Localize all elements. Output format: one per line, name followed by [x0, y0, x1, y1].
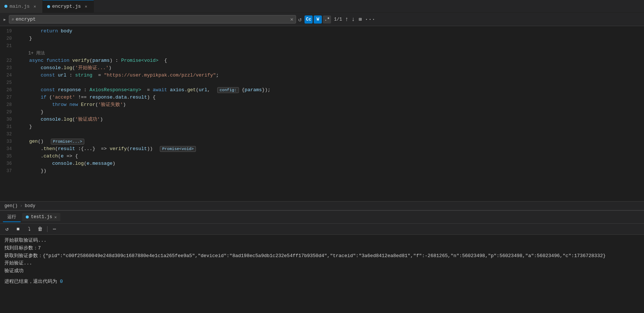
line-num-37: 37: [0, 167, 18, 175]
line-content-32: [18, 131, 21, 138]
bottom-panel: 运行 test1.js ✕ ↺ ■ ⤵ 🗑 ⋯ 开始获取验证码... 找到目标步…: [0, 210, 644, 313]
tab-bar: main.js ✕ encrypt.js ✕: [0, 0, 644, 13]
line-content-33: gen() Promise<...>: [18, 138, 84, 145]
code-line-24: 24 const url : string = "https://user.my…: [0, 72, 644, 79]
search-regex-button[interactable]: .*: [323, 15, 331, 24]
more-options-button[interactable]: ⋯: [50, 225, 59, 233]
line-content-34: .then(result :{...} => verify(result)) P…: [18, 145, 196, 153]
output-line-3: 获取到验证参数：{"pid":"c00f25860049e248d309c168…: [4, 252, 640, 260]
line-content-37: }): [18, 167, 46, 175]
line-num-33: 33: [0, 138, 18, 145]
tab-encrypt-js-label: encrypt.js: [52, 4, 81, 9]
output-line-2: 找到目标步数：7: [4, 245, 640, 252]
search-prev-button[interactable]: ↑: [344, 15, 349, 24]
line-num-32: 32: [0, 131, 18, 138]
output-line-4: 开始验证...: [4, 260, 640, 267]
code-container[interactable]: 19 return body 20 } 21 1+ 用法 22 async fu…: [0, 26, 644, 201]
output-blank: [4, 275, 640, 278]
code-line-32: 32: [0, 131, 644, 138]
line-content-usage: 1+ 用法: [18, 50, 45, 57]
search-options: Cc W .*: [305, 15, 331, 24]
line-content-36: console.log(e.message): [18, 160, 115, 167]
line-content-21: [18, 42, 21, 50]
tab-encrypt-js[interactable]: encrypt.js ✕: [43, 0, 94, 13]
search-navigation: ↑ ↓ ⊞ ···: [344, 15, 375, 24]
panel-file-tab-test1[interactable]: test1.js ✕: [22, 213, 60, 221]
restart-button[interactable]: ↺: [3, 225, 11, 233]
output-line-5: 验证成功: [4, 267, 640, 275]
line-content-31: }: [18, 123, 32, 131]
code-line-35: 35 .catch(e => {: [0, 153, 644, 160]
line-num-25: 25: [0, 79, 18, 86]
code-line-28: 28 throw new Error('验证失败'): [0, 101, 644, 109]
code-line-31: 31 }: [0, 123, 644, 131]
code-line-23: 23 console.log('开始验证...'): [0, 64, 644, 72]
code-line-25: 25: [0, 79, 644, 86]
js-icon-2: [47, 5, 50, 8]
panel-output[interactable]: 开始获取验证码... 找到目标步数：7 获取到验证参数：{"pid":"c00f…: [0, 235, 644, 313]
code-line-22: 22 async function verify(params) : Promi…: [0, 57, 644, 64]
line-content-29: }: [18, 109, 43, 116]
code-line-19: 19 return body: [0, 28, 644, 35]
code-line-20: 20 }: [0, 35, 644, 42]
search-filter-button[interactable]: ⊞: [359, 16, 362, 22]
line-content-28: throw new Error('验证失败'): [18, 101, 126, 109]
breadcrumb-body[interactable]: body: [25, 203, 35, 209]
code-line-26: 26 const response : AxiosResponse<any> =…: [0, 86, 644, 94]
line-num-26: 26: [0, 86, 18, 94]
line-content-22: async function verify(params) : Promise<…: [18, 57, 167, 64]
line-content-26: const response : AxiosResponse<any> = aw…: [18, 86, 271, 94]
panel-toolbar: ↺ ■ ⤵ 🗑 ⋯: [0, 224, 644, 235]
code-line-29: 29 }: [0, 109, 644, 116]
js-icon: [4, 5, 7, 8]
line-num-24: 24: [0, 72, 18, 79]
line-num-31: 31: [0, 123, 18, 131]
line-content-35: .catch(e => {: [18, 153, 78, 160]
breadcrumb: gen() › body: [0, 201, 644, 210]
code-line-30: 30 console.log('验证成功'): [0, 116, 644, 123]
line-num-19: 19: [0, 28, 18, 35]
search-more-button[interactable]: ···: [365, 16, 376, 23]
line-content-19: return body: [18, 28, 72, 35]
tab-encrypt-js-close[interactable]: ✕: [83, 4, 89, 10]
search-input-wrap: ⌕ ✕: [9, 15, 296, 24]
clear-button[interactable]: 🗑: [36, 225, 44, 233]
exit-code: 0: [60, 279, 63, 284]
search-input[interactable]: [15, 17, 289, 22]
search-toggle-icon[interactable]: ▸: [3, 16, 7, 23]
panel-file-name: test1.js: [31, 214, 52, 220]
breadcrumb-gen[interactable]: gen(): [4, 203, 18, 209]
line-num-34: 34: [0, 145, 18, 153]
breadcrumb-separator: ›: [20, 203, 22, 209]
line-content-25: [18, 79, 21, 86]
code-line-33: 33 gen() Promise<...>: [0, 138, 644, 145]
panel-file-close[interactable]: ✕: [54, 215, 57, 220]
panel-tab-run[interactable]: 运行: [3, 212, 21, 222]
tab-main-js-close[interactable]: ✕: [32, 3, 38, 9]
line-num-20: 20: [0, 35, 18, 42]
code-line-27: 27 if ('accept' !== response.data.result…: [0, 94, 644, 101]
panel-tabs: 运行 test1.js ✕: [0, 211, 644, 224]
output-line-exit: 进程已结束，退出代码为 0: [4, 278, 640, 286]
line-content-23: console.log('开始验证...'): [18, 64, 112, 72]
line-content-20: }: [18, 35, 32, 42]
line-content-27: if ('accept' !== response.data.result) {: [18, 94, 156, 101]
line-num-30: 30: [0, 116, 18, 123]
search-clear-icon[interactable]: ✕: [290, 16, 293, 22]
search-next-button[interactable]: ↓: [351, 15, 356, 24]
search-bar: ▸ ⌕ ✕ ↺ Cc W .* 1/1 ↑ ↓ ⊞ ···: [0, 13, 644, 26]
search-refresh-icon[interactable]: ↺: [298, 16, 302, 23]
stop-button[interactable]: ■: [14, 225, 22, 233]
editor-area: 19 return body 20 } 21 1+ 用法 22 async fu…: [0, 26, 644, 210]
line-num-28: 28: [0, 101, 18, 109]
search-whole-word-button[interactable]: W: [314, 15, 322, 24]
tab-main-js[interactable]: main.js ✕: [0, 0, 43, 13]
line-num-29: 29: [0, 109, 18, 116]
code-line-21: 21: [0, 42, 644, 50]
search-match-case-button[interactable]: Cc: [305, 15, 313, 24]
line-num-21: 21: [0, 42, 18, 50]
line-content-30: console.log('验证成功'): [18, 116, 103, 123]
line-num-36: 36: [0, 160, 18, 167]
tab-main-js-label: main.js: [10, 4, 30, 9]
step-over-button[interactable]: ⤵: [25, 225, 33, 233]
